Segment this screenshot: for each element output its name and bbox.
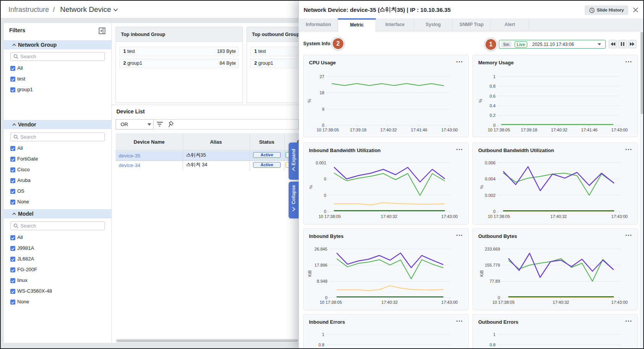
- svg-text:0: 0: [324, 177, 326, 181]
- svg-text:17:41:46: 17:41:46: [581, 128, 598, 132]
- svg-text:10 17:38:05: 10 17:38:05: [488, 214, 510, 219]
- svg-text:17:40:32: 17:40:32: [381, 214, 397, 219]
- svg-text:0.001: 0.001: [315, 161, 326, 165]
- svg-text:0: 0: [498, 295, 500, 300]
- svg-text:17:43:00: 17:43:00: [611, 128, 628, 132]
- svg-text:%: %: [478, 99, 483, 103]
- svg-text:%: %: [307, 99, 312, 103]
- svg-text:1: 1: [322, 332, 324, 337]
- svg-text:17:39:18: 17:39:18: [521, 128, 537, 132]
- svg-text:0.8: 0.8: [490, 342, 495, 347]
- svg-text:9: 9: [322, 107, 324, 111]
- svg-text:17:40:32: 17:40:32: [551, 128, 567, 132]
- svg-text:10 17:38:05: 10 17:38:05: [319, 214, 341, 219]
- svg-text:0: 0: [324, 193, 326, 198]
- svg-text:10 17:38:05: 10 17:38:05: [488, 128, 510, 132]
- svg-text:0.002: 0.002: [485, 193, 495, 198]
- svg-text:0.006: 0.006: [485, 161, 495, 165]
- svg-text:17:40:32: 17:40:32: [381, 300, 398, 305]
- svg-text:KiB: KiB: [307, 270, 312, 277]
- svg-text:155.779: 155.779: [485, 263, 500, 267]
- svg-text:KiB: KiB: [479, 270, 484, 277]
- svg-text:17:40:32: 17:40:32: [553, 300, 569, 305]
- svg-text:17:41:46: 17:41:46: [411, 128, 427, 132]
- svg-text:17:43:00: 17:43:00: [611, 214, 628, 219]
- svg-text:0.8: 0.8: [319, 342, 324, 347]
- svg-text:17.896: 17.896: [314, 263, 327, 267]
- svg-text:0.6: 0.6: [490, 94, 495, 98]
- svg-text:77.89: 77.89: [489, 279, 500, 283]
- svg-text:0.4: 0.4: [490, 103, 495, 108]
- svg-text:18: 18: [320, 90, 324, 95]
- svg-text:233.669: 233.669: [485, 247, 500, 251]
- svg-text:0.004: 0.004: [485, 177, 495, 181]
- svg-text:17:43:00: 17:43:00: [441, 300, 458, 305]
- svg-text:0.2: 0.2: [490, 113, 495, 118]
- svg-text:0: 0: [322, 123, 324, 128]
- svg-text:27: 27: [320, 74, 324, 79]
- svg-text:17:40:32: 17:40:32: [551, 214, 567, 219]
- svg-text:0: 0: [325, 295, 327, 300]
- svg-text:17:40:32: 17:40:32: [381, 128, 397, 132]
- svg-text:0: 0: [493, 123, 495, 128]
- svg-text:17:43:00: 17:43:00: [441, 214, 458, 219]
- svg-text:17:39:18: 17:39:18: [350, 128, 366, 132]
- svg-text:17:43:00: 17:43:00: [441, 128, 458, 132]
- svg-text:26.845: 26.845: [314, 247, 327, 251]
- svg-text:10 17:38:05: 10 17:38:05: [320, 300, 342, 305]
- svg-text:10 17:38:05: 10 17:38:05: [317, 128, 339, 132]
- svg-text:1: 1: [493, 74, 495, 79]
- svg-text:%: %: [309, 185, 313, 189]
- svg-text:1: 1: [493, 332, 495, 337]
- svg-text:10 17:38:05: 10 17:38:05: [492, 300, 515, 305]
- svg-text:8.948: 8.948: [317, 279, 327, 283]
- svg-text:0: 0: [493, 209, 495, 214]
- svg-text:0.8: 0.8: [490, 84, 495, 88]
- svg-text:17:43:00: 17:43:00: [611, 300, 628, 305]
- svg-text:0: 0: [324, 209, 326, 214]
- svg-text:%: %: [479, 185, 484, 189]
